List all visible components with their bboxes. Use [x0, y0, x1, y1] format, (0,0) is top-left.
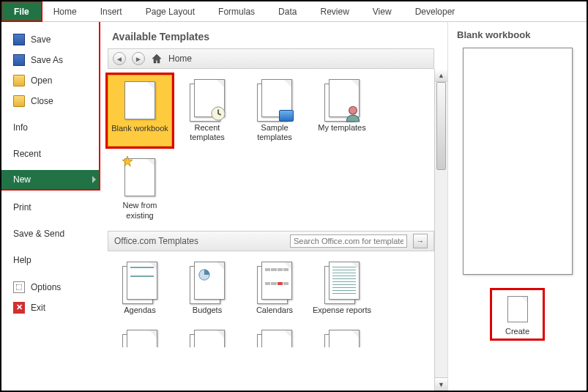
- tile-label: My templates: [318, 123, 365, 133]
- sidebar-label: Save As: [31, 55, 63, 65]
- sidebar-options[interactable]: Options: [1, 277, 100, 297]
- sidebar-label: Help: [13, 255, 31, 265]
- sidebar-exit[interactable]: ✕Exit: [1, 297, 100, 318]
- sidebar-label: Options: [31, 282, 61, 292]
- tile-label: Budgets: [193, 306, 222, 315]
- svg-marker-2: [122, 156, 133, 166]
- tile-label: Agendas: [124, 306, 155, 315]
- ribbon-tab-data[interactable]: Data: [267, 1, 308, 21]
- tile-expense-reports[interactable]: Expense reports: [310, 257, 374, 319]
- ribbon-tab-page-layout[interactable]: Page Layout: [134, 1, 206, 21]
- ribbon-tab-formulas[interactable]: Formulas: [206, 1, 267, 21]
- sidebar-new[interactable]: New: [1, 170, 99, 189]
- options-icon: [13, 281, 25, 293]
- ribbon-tab-developer[interactable]: Developer: [403, 1, 467, 21]
- create-label: Create: [505, 327, 529, 336]
- ribbon-tab-home[interactable]: Home: [42, 1, 89, 21]
- calendars-icon: [257, 262, 292, 303]
- exit-icon: ✕: [13, 302, 25, 314]
- new-from-existing-icon: [122, 157, 157, 198]
- scroll-thumb[interactable]: [436, 82, 446, 170]
- ribbon-tabs: File Home Insert Page Layout Formulas Da…: [1, 1, 587, 22]
- ribbon-tab-file[interactable]: File: [1, 1, 42, 22]
- scroll-down-button[interactable]: ▼: [435, 377, 447, 391]
- templates-scrollbar[interactable]: ▲ ▼: [434, 69, 447, 391]
- preview-panel: Blank workbook Create: [447, 22, 587, 391]
- ribbon-tab-insert[interactable]: Insert: [89, 1, 134, 21]
- search-templates-input[interactable]: [290, 234, 407, 248]
- tile-agendas[interactable]: Agendas: [108, 257, 172, 319]
- ribbon-tab-review[interactable]: Review: [308, 1, 360, 21]
- my-templates-icon: [324, 79, 360, 120]
- nav-back-button[interactable]: ◄: [113, 52, 126, 65]
- sidebar-label: Exit: [31, 303, 45, 313]
- sidebar-label: Close: [31, 96, 53, 106]
- tile-calendars[interactable]: Calendars: [242, 257, 307, 319]
- sidebar-label: Info: [13, 122, 28, 133]
- tile-partial[interactable]: [310, 325, 374, 347]
- scroll-up-button[interactable]: ▲: [435, 69, 447, 82]
- sidebar-label: Recent: [13, 149, 41, 159]
- ribbon-tab-view[interactable]: View: [361, 1, 403, 21]
- sidebar-help[interactable]: Help: [1, 251, 100, 270]
- save-as-icon: [13, 54, 25, 66]
- sidebar-label: Save: [31, 34, 51, 45]
- tile-label: Expense reports: [313, 306, 371, 315]
- sidebar-info[interactable]: Info: [1, 118, 99, 137]
- save-icon: [13, 34, 25, 45]
- budgets-icon: [190, 262, 225, 303]
- tile-recent-templates[interactable]: Recent templates: [175, 75, 239, 147]
- close-icon: [13, 95, 25, 107]
- create-button[interactable]: Create: [490, 288, 545, 341]
- sidebar-open[interactable]: Open: [1, 70, 99, 91]
- sample-templates-icon: [257, 79, 292, 120]
- sidebar-save-send[interactable]: Save & Send: [1, 224, 100, 243]
- home-icon[interactable]: [151, 53, 163, 64]
- sidebar-save[interactable]: Save: [1, 29, 99, 50]
- tile-label: Calendars: [256, 306, 293, 315]
- tile-label: Blank workbook: [111, 124, 168, 133]
- office-templates-header: Office.com Templates →: [108, 231, 434, 251]
- blank-workbook-icon: [122, 80, 157, 121]
- nav-forward-button[interactable]: ►: [132, 52, 145, 65]
- template-tiles-row1b: New from existing: [108, 152, 447, 230]
- template-tiles-row1: Blank workbook Recent templates: [108, 69, 447, 152]
- sidebar-label: Print: [13, 202, 31, 212]
- sidebar-save-as[interactable]: Save As: [1, 50, 99, 70]
- templates-panel: Available Templates ◄ ► Home Blank workb…: [100, 22, 447, 391]
- search-go-button[interactable]: →: [413, 234, 428, 248]
- sidebar-recent[interactable]: Recent: [1, 144, 99, 163]
- tile-sample-templates[interactable]: Sample templates: [242, 75, 307, 147]
- recent-templates-icon: [190, 79, 225, 120]
- tile-label: Recent templates: [176, 123, 238, 142]
- breadcrumb-home[interactable]: Home: [168, 53, 192, 64]
- agendas-icon: [122, 262, 157, 303]
- office-header-label: Office.com Templates: [114, 236, 198, 246]
- tile-blank-workbook[interactable]: Blank workbook: [108, 75, 172, 147]
- backstage-sidebar: Save Save As Open Close Info Recent New …: [1, 22, 100, 391]
- tile-partial[interactable]: [108, 325, 172, 347]
- sidebar-label: Save & Send: [13, 229, 64, 239]
- tile-my-templates[interactable]: My templates: [310, 75, 374, 147]
- tile-new-from-existing[interactable]: New from existing: [108, 152, 172, 224]
- tile-budgets[interactable]: Budgets: [175, 257, 239, 319]
- create-icon: [507, 296, 528, 322]
- sidebar-label: Open: [31, 75, 52, 86]
- office-templates-row-partial: [108, 325, 447, 353]
- preview-title: Blank workbook: [457, 29, 530, 40]
- open-icon: [13, 75, 25, 86]
- sidebar-label: New: [13, 174, 31, 185]
- tile-partial[interactable]: [242, 325, 307, 347]
- tile-partial[interactable]: [175, 325, 239, 347]
- templates-title: Available Templates: [108, 25, 447, 48]
- office-templates-row: Agendas Budgets Calendars Expense report…: [108, 251, 447, 325]
- tile-label: New from existing: [109, 201, 171, 220]
- sidebar-print[interactable]: Print: [1, 198, 100, 217]
- svg-point-1: [349, 106, 357, 114]
- sidebar-close[interactable]: Close: [1, 91, 99, 111]
- preview-document: [463, 48, 573, 275]
- expense-reports-icon: [324, 262, 360, 303]
- tile-label: Sample templates: [244, 123, 305, 142]
- breadcrumb-bar: ◄ ► Home: [108, 48, 434, 69]
